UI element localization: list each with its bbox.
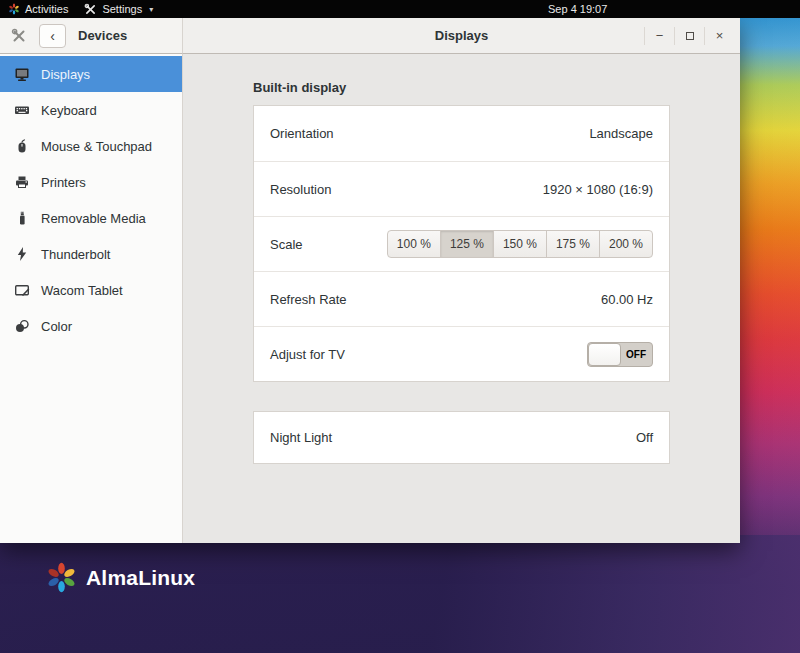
chevron-down-icon: ▾ [149, 5, 153, 14]
almalinux-branding: AlmaLinux [46, 562, 195, 593]
activities-label: Activities [25, 3, 68, 15]
minimize-icon: − [656, 28, 664, 43]
back-chevron-icon: ‹ [50, 29, 55, 43]
panel-group-title: Devices [78, 28, 127, 43]
color-icon [14, 318, 30, 334]
scale-100-button[interactable]: 100 % [387, 230, 441, 258]
scale-150-button[interactable]: 150 % [493, 230, 547, 258]
night-light-label: Night Light [270, 430, 332, 445]
toggle-handle[interactable] [588, 343, 621, 366]
close-icon: × [716, 28, 724, 43]
maximize-icon [686, 32, 694, 40]
minimize-button[interactable]: − [645, 18, 674, 53]
main-headerbar: Displays − × [183, 18, 740, 54]
printer-icon [14, 174, 30, 190]
settings-app-icon [11, 28, 27, 44]
thunderbolt-icon [14, 246, 30, 262]
settings-label: Settings [102, 3, 142, 15]
section-title: Built-in display [253, 80, 740, 95]
display-settings-panel: Orientation Landscape Resolution 1920 × … [253, 105, 670, 382]
orientation-label: Orientation [270, 126, 334, 141]
night-light-value: Off [636, 430, 653, 445]
settings-menu-button[interactable]: Settings ▾ [84, 3, 153, 16]
sidebar-item-wacom-tablet[interactable]: Wacom Tablet [0, 272, 182, 308]
maximize-button[interactable] [675, 18, 704, 53]
resolution-value: 1920 × 1080 (16:9) [543, 182, 653, 197]
sidebar-headerbar: ‹ Devices [0, 18, 183, 54]
clock[interactable]: Sep 4 19:07 [548, 0, 607, 18]
sidebar-item-label: Color [41, 319, 72, 334]
sidebar-item-label: Mouse & Touchpad [41, 139, 152, 154]
top-bar: Activities Settings ▾ Sep 4 19:07 [0, 0, 800, 18]
sidebar-item-removable-media[interactable]: Removable Media [0, 200, 182, 236]
sidebar-item-label: Removable Media [41, 211, 146, 226]
night-light-row[interactable]: Night Light Off [254, 412, 669, 463]
orientation-value: Landscape [589, 126, 653, 141]
scale-125-button[interactable]: 125 % [440, 230, 494, 258]
close-button[interactable]: × [705, 18, 734, 53]
sidebar-item-mouse-touchpad[interactable]: Mouse & Touchpad [0, 128, 182, 164]
toggle-state-label: OFF [620, 349, 652, 360]
refresh-rate-value: 60.00 Hz [601, 292, 653, 307]
resolution-row[interactable]: Resolution 1920 × 1080 (16:9) [254, 161, 669, 216]
scale-200-button[interactable]: 200 % [599, 230, 653, 258]
sidebar: Displays Keyboard [0, 54, 183, 543]
refresh-rate-row[interactable]: Refresh Rate 60.00 Hz [254, 271, 669, 326]
sidebar-item-label: Displays [41, 67, 90, 82]
adjust-for-tv-row: Adjust for TV OFF [254, 326, 669, 381]
distro-logo-icon [8, 3, 20, 15]
mouse-icon [14, 138, 30, 154]
wacom-tablet-icon [14, 282, 30, 298]
refresh-rate-label: Refresh Rate [270, 292, 347, 307]
sidebar-item-thunderbolt[interactable]: Thunderbolt [0, 236, 182, 272]
activities-button[interactable]: Activities [8, 3, 68, 15]
window-controls: − × [644, 18, 734, 53]
sidebar-item-label: Printers [41, 175, 86, 190]
titlebar[interactable]: ‹ Devices Displays − × [0, 18, 740, 54]
scale-175-button[interactable]: 175 % [546, 230, 600, 258]
settings-window: ‹ Devices Displays − × [0, 18, 740, 543]
almalinux-logo-icon [46, 562, 77, 593]
displays-panel: Built-in display Orientation Landscape R… [183, 54, 740, 543]
sidebar-item-label: Thunderbolt [41, 247, 110, 262]
keyboard-icon [14, 102, 30, 118]
sidebar-item-color[interactable]: Color [0, 308, 182, 344]
resolution-label: Resolution [270, 182, 331, 197]
night-light-panel: Night Light Off [253, 411, 670, 464]
sidebar-item-label: Keyboard [41, 103, 97, 118]
displays-icon [14, 66, 30, 82]
adjust-for-tv-label: Adjust for TV [270, 347, 345, 362]
removable-media-icon [14, 210, 30, 226]
scale-label: Scale [270, 237, 303, 252]
sidebar-item-printers[interactable]: Printers [0, 164, 182, 200]
tools-icon [84, 3, 97, 16]
almalinux-wordmark: AlmaLinux [86, 566, 195, 590]
sidebar-item-keyboard[interactable]: Keyboard [0, 92, 182, 128]
sidebar-item-label: Wacom Tablet [41, 283, 123, 298]
back-button[interactable]: ‹ [39, 24, 66, 48]
sidebar-item-displays[interactable]: Displays [0, 56, 182, 92]
scale-button-group: 100 % 125 % 150 % 175 % 200 % [387, 230, 653, 258]
adjust-for-tv-toggle[interactable]: OFF [587, 342, 653, 367]
orientation-row[interactable]: Orientation Landscape [254, 106, 669, 161]
scale-row: Scale 100 % 125 % 150 % 175 % 200 % [254, 216, 669, 271]
